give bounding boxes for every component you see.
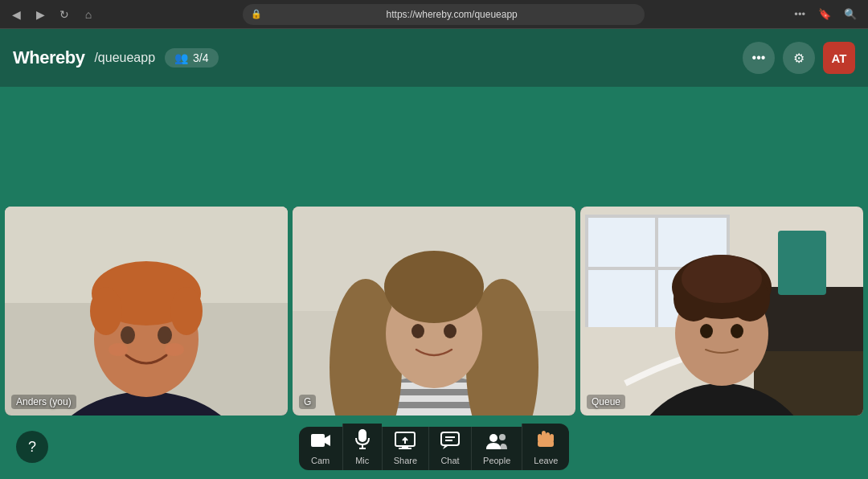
svg-rect-64 [542,431,546,442]
cam-label: Cam [311,456,330,465]
svg-point-27 [444,324,457,338]
leave-label: Leave [534,456,558,465]
refresh-button[interactable]: ↻ [55,5,74,24]
svg-point-10 [158,326,172,344]
chat-label: Chat [440,456,459,465]
svg-point-48 [700,324,713,338]
svg-rect-50 [311,434,325,447]
back-button[interactable]: ◀ [6,5,26,24]
browser-chrome: ◀ ▶ ↻ ⌂ 🔒 https://whereby.com/queueapp •… [0,0,868,29]
share-button[interactable]: Share [382,427,428,470]
svg-rect-52 [358,429,366,442]
user-avatar[interactable]: AT [823,42,855,74]
more-options-button[interactable]: ••• [743,42,775,74]
bookmark-button[interactable]: 🔖 [813,6,836,22]
chat-icon [440,432,460,452]
help-button[interactable]: ? [16,431,48,463]
svg-point-26 [411,324,424,338]
video-tile-1: Anders (you) [5,207,288,416]
svg-point-7 [90,287,122,335]
svg-rect-37 [778,231,826,295]
share-label: Share [394,456,417,465]
url-text: https://whereby.com/queueapp [267,9,637,20]
cam-icon [310,432,331,452]
mic-label: Mic [355,456,369,465]
video-label-3: Queue [587,395,625,409]
participant-count: 3/4 [193,51,208,64]
app-bar-right: ••• ⚙ AT [743,42,855,74]
settings-button[interactable]: ⚙ [783,42,815,74]
svg-rect-59 [441,432,459,445]
chat-button[interactable]: Chat [428,427,471,470]
main-content: Anders (you) [0,87,868,479]
svg-rect-31 [585,215,588,327]
svg-point-63 [499,434,506,440]
mic-button[interactable]: Mic [342,424,382,470]
bottom-bar: ? Cam [0,415,868,479]
video-tile-3: Queue [580,207,863,416]
svg-rect-33 [655,215,658,327]
app-bar: Whereby /queueapp 👥 3/4 ••• ⚙ AT [0,29,868,87]
video-label-1: Anders (you) [11,395,76,409]
people-icon [485,432,508,452]
video-canvas-1 [5,207,288,416]
leave-button[interactable]: Leave [522,424,569,470]
svg-point-47 [682,255,762,303]
svg-point-25 [384,251,484,323]
people-label: People [483,456,510,465]
home-button[interactable]: ⌂ [79,5,98,24]
room-info[interactable]: 👥 3/4 [165,48,218,68]
video-label-2: G [299,395,316,409]
people-button[interactable]: People [471,427,522,470]
zoom-button[interactable]: 🔍 [839,6,862,22]
app-logo: Whereby [13,47,84,68]
browser-action-area: ••• 🔖 🔍 [789,6,862,22]
svg-point-62 [489,434,497,442]
video-canvas-3 [580,207,863,416]
svg-point-11 [108,343,128,356]
svg-rect-68 [538,440,554,447]
share-icon [395,432,416,452]
svg-point-49 [731,324,743,338]
cam-button[interactable]: Cam [299,427,342,470]
svg-marker-51 [325,435,330,446]
participants-icon: 👥 [174,51,188,64]
svg-point-8 [170,287,203,335]
controls-bar: Cam Mic [299,424,570,470]
leave-icon [535,428,556,452]
video-canvas-2 [293,207,575,416]
video-tile-2: G [293,207,575,416]
mic-icon [354,428,371,452]
security-icon: 🔒 [251,9,262,19]
address-bar[interactable]: 🔒 https://whereby.com/queueapp [243,4,645,25]
forward-button[interactable]: ▶ [31,5,50,24]
svg-point-9 [121,326,135,344]
svg-point-12 [165,343,184,356]
extensions-button[interactable]: ••• [789,6,810,22]
room-name: /queueapp [94,51,155,65]
app-bar-left: Whereby /queueapp 👥 3/4 [13,47,219,68]
